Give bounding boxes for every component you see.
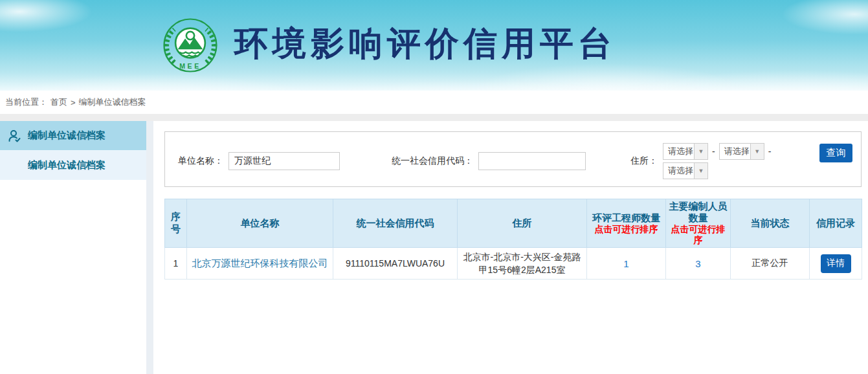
svg-text:MEE: MEE xyxy=(179,62,201,70)
province-select-value: 请选择 xyxy=(663,144,694,159)
chevron-down-icon[interactable]: ▼ xyxy=(750,144,764,159)
col-header-index: 序号 xyxy=(165,199,187,248)
breadcrumb-current: 编制单位诚信档案 xyxy=(79,96,146,108)
breadcrumb: 当前位置： 首页 > 编制单位诚信档案 xyxy=(0,91,868,114)
col-header-engineer-count: 环评工程师数量 点击可进行排序 xyxy=(587,199,666,248)
staff-sort-link[interactable]: 点击可进行排序 xyxy=(669,224,728,246)
col-header-staff-title: 主要编制人员数量 xyxy=(669,201,728,224)
province-select[interactable]: 请选择 ▼ xyxy=(663,143,708,160)
address-row-2: 请选择 ▼ xyxy=(663,162,775,179)
company-name-input[interactable] xyxy=(228,152,340,170)
chevron-down-icon[interactable]: ▼ xyxy=(694,144,707,159)
col-header-credit-code: 统一社会信用代码 xyxy=(333,199,458,248)
breadcrumb-home-link[interactable]: 首页 xyxy=(50,96,67,108)
site-title: 环境影响评价信用平台 xyxy=(234,21,616,67)
district-select[interactable]: 请选择 ▼ xyxy=(663,162,708,179)
col-header-engineer-title: 环评工程师数量 xyxy=(590,212,663,224)
col-header-staff-count: 主要编制人员数量 点击可进行排序 xyxy=(666,199,731,248)
page: MEE 环境影响评价信用平台 当前位置： 首页 > 编制单位诚信档案 编制单位诚… xyxy=(0,0,868,374)
col-header-credit-record: 信用记录 xyxy=(810,199,862,248)
city-select[interactable]: 请选择 ▼ xyxy=(719,143,764,160)
credit-code-input[interactable] xyxy=(478,152,586,170)
address-label: 住所： xyxy=(630,155,658,167)
sidebar-item-unit-credit-archive[interactable]: 编制单位诚信档案 xyxy=(0,121,146,150)
address-dash-1: - xyxy=(712,146,715,157)
credit-code-label: 统一社会信用代码： xyxy=(392,155,473,167)
col-header-address: 住所 xyxy=(458,199,587,248)
divider-band xyxy=(0,114,868,121)
search-row: 单位名称： 统一社会信用代码： 住所： 请选择 ▼ - xyxy=(165,132,861,179)
user-check-icon xyxy=(6,128,22,144)
cell-index: 1 xyxy=(165,248,187,280)
address-dash-2: - xyxy=(768,146,772,157)
table-header-row: 序号 单位名称 统一社会信用代码 住所 环评工程师数量 点击可进行排序 主要编制… xyxy=(165,199,862,248)
district-select-value: 请选择 xyxy=(663,163,694,179)
company-name-label: 单位名称： xyxy=(178,155,223,167)
sidebar: 编制单位诚信档案 编制单位诚信档案 xyxy=(0,121,146,374)
table-row: 1 北京万源世纪环保科技有限公司 91110115MA7LWUA76U 北京市-… xyxy=(165,248,862,280)
sidebar-subitem-label: 编制单位诚信档案 xyxy=(28,159,106,171)
engineer-sort-link[interactable]: 点击可进行排序 xyxy=(590,224,663,235)
main-area: 单位名称： 统一社会信用代码： 住所： 请选择 ▼ - xyxy=(153,121,868,374)
chevron-down-icon[interactable]: ▼ xyxy=(694,163,707,179)
mee-logo-icon: MEE xyxy=(162,17,219,74)
sidebar-divider xyxy=(146,121,153,374)
city-select-value: 请选择 xyxy=(720,144,750,159)
col-header-status: 当前状态 xyxy=(731,199,810,248)
cell-status: 正常公开 xyxy=(731,248,810,280)
breadcrumb-separator: > xyxy=(71,98,76,107)
query-button[interactable]: 查询 xyxy=(819,144,852,162)
staff-count-link[interactable]: 3 xyxy=(695,258,700,269)
address-row-1: 请选择 ▼ - 请选择 ▼ - xyxy=(663,143,775,160)
cell-credit-code: 91110115MA7LWUA76U xyxy=(333,248,458,280)
col-header-company: 单位名称 xyxy=(187,199,333,248)
breadcrumb-prefix: 当前位置： xyxy=(5,96,47,108)
company-link[interactable]: 北京万源世纪环保科技有限公司 xyxy=(192,258,328,269)
results-table: 序号 单位名称 统一社会信用代码 住所 环评工程师数量 点击可进行排序 主要编制… xyxy=(164,199,862,280)
address-selects: 请选择 ▼ - 请选择 ▼ - 请选择 xyxy=(663,143,775,179)
sidebar-subitem-unit-credit-archive[interactable]: 编制单位诚信档案 xyxy=(0,150,146,180)
site-header: MEE 环境影响评价信用平台 xyxy=(0,0,868,91)
sidebar-item-label: 编制单位诚信档案 xyxy=(28,129,106,142)
detail-button[interactable]: 详情 xyxy=(821,254,851,273)
cell-address: 北京市-北京市-大兴区-金苑路甲15号6幢2层A215室 xyxy=(458,248,587,280)
search-panel: 单位名称： 统一社会信用代码： 住所： 请选择 ▼ - xyxy=(164,131,862,187)
content: 编制单位诚信档案 编制单位诚信档案 单位名称： 统一社会信用代码： 住所： xyxy=(0,121,868,374)
engineer-count-link[interactable]: 1 xyxy=(623,258,629,269)
